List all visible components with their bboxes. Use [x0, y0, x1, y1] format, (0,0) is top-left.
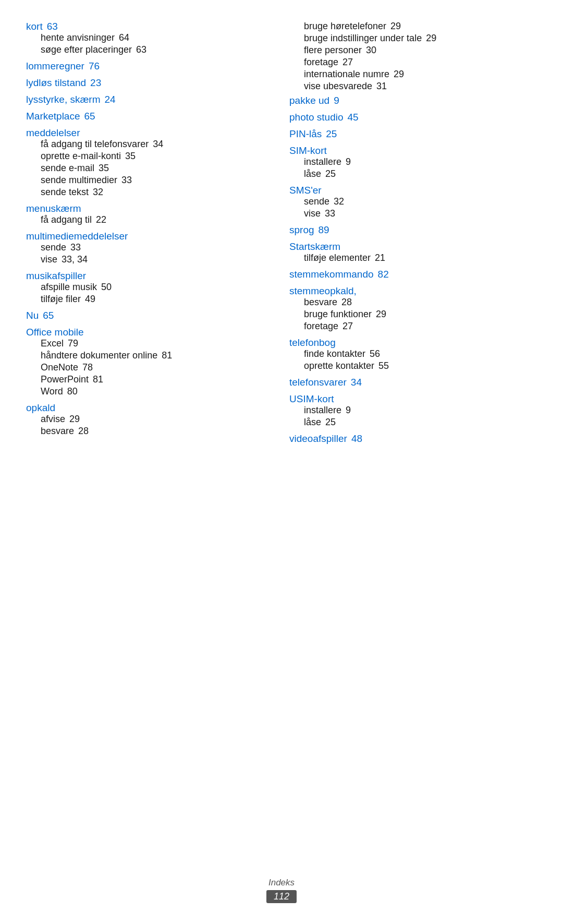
entry-label: lysstyrke, skærm [26, 94, 101, 105]
sub-entry: vise ubesvarede31 [304, 81, 537, 92]
entry-header: telefonbog [289, 337, 537, 349]
index-entry: sprog89 [289, 224, 537, 236]
entry-page: 48 [351, 433, 362, 445]
sub-entry: OneNote78 [41, 362, 274, 373]
index-entry: USIM-kortinstallere9låse25 [289, 393, 537, 428]
index-entry: kort63hente anvisninger64søge efter plac… [26, 21, 274, 55]
entry-label: pakke ud [289, 95, 329, 106]
right-column: bruge høretelefoner29bruge indstillinger… [289, 21, 537, 450]
sub-label: sende e-mail [41, 163, 94, 174]
entry-label: SMS'er [289, 185, 322, 196]
sub-entries: afvise29besvare28 [41, 414, 274, 437]
sub-label: OneNote [41, 362, 78, 373]
sub-page: 56 [370, 349, 380, 359]
sub-entry: besvare28 [304, 297, 537, 308]
index-entry: Office mobileExcel79håndtere dokumenter … [26, 327, 274, 397]
index-entry: photo studio45 [289, 112, 537, 123]
sub-entry: besvare28 [41, 426, 274, 437]
sub-label: finde kontakter [304, 349, 365, 359]
sub-entries: afspille musik50tilføje filer49 [41, 282, 274, 305]
sub-entry: søge efter placeringer63 [41, 44, 274, 55]
sub-page: 29 [394, 69, 404, 80]
sub-label: sende [304, 196, 329, 207]
entry-header: pakke ud9 [289, 95, 537, 106]
entry-header: Startskærm [289, 241, 537, 253]
sub-page: 79 [68, 338, 78, 349]
entry-label: Nu [26, 310, 39, 321]
sub-label: tilføje elementer [304, 253, 371, 263]
index-entry: telefonsvarer34 [289, 377, 537, 388]
sub-label: få adgang til telefonsvarer [41, 139, 149, 150]
sub-label: vise [41, 254, 57, 265]
sub-entry: afspille musik50 [41, 282, 274, 293]
entry-header: SMS'er [289, 185, 537, 196]
sub-entry: oprette kontakter55 [304, 361, 537, 371]
sub-page: 21 [375, 253, 385, 263]
entry-label: videoafspiller [289, 433, 347, 445]
sub-label: vise ubesvarede [304, 81, 372, 92]
entry-header: stemmeopkald, [289, 285, 537, 297]
sub-label: få adgang til [41, 214, 92, 225]
sub-entry: bruge indstillinger under tale29 [304, 33, 537, 44]
entry-page: 23 [90, 77, 101, 89]
index-entry: stemmeopkald,besvare28bruge funktioner29… [289, 285, 537, 332]
entry-page: 65 [84, 111, 95, 122]
entry-header: Nu65 [26, 310, 274, 321]
sub-label: søge efter placeringer [41, 44, 132, 55]
sub-page: 29 [390, 21, 401, 32]
sub-label: PowerPoint [41, 374, 89, 385]
entry-label: sprog [289, 224, 314, 236]
sub-label: foretage [304, 321, 338, 332]
sub-page: 78 [82, 362, 93, 373]
entry-header: USIM-kort [289, 393, 537, 405]
entry-page: 63 [47, 21, 58, 32]
entry-header: videoafspiller48 [289, 433, 537, 445]
sub-page: 9 [346, 405, 351, 416]
index-entry: lommeregner76 [26, 61, 274, 72]
sub-page: 35 [125, 151, 136, 162]
sub-label: afvise [41, 414, 65, 425]
sub-entry: Word80 [41, 386, 274, 397]
entry-header: lysstyrke, skærm24 [26, 94, 274, 105]
index-entry: pakke ud9 [289, 95, 537, 106]
sub-page: 28 [341, 297, 352, 308]
index-entry: lydløs tilstand23 [26, 77, 274, 89]
sub-entry: finde kontakter56 [304, 349, 537, 359]
index-entry: Startskærmtilføje elementer21 [289, 241, 537, 263]
sub-label: oprette e-mail-konti [41, 151, 121, 162]
sub-page: 32 [93, 187, 103, 198]
sub-entries: hente anvisninger64søge efter placeringe… [41, 32, 274, 55]
entry-page: 24 [105, 94, 116, 105]
sub-label: installere [304, 405, 341, 416]
footer-page: 112 [266, 890, 297, 903]
entry-page: 34 [351, 377, 362, 388]
entry-header: Office mobile [26, 327, 274, 338]
sub-entry: sende multimedier33 [41, 175, 274, 186]
entry-label: SIM-kort [289, 145, 327, 157]
sub-entry: installere9 [304, 157, 537, 167]
sub-label: installere [304, 157, 341, 167]
entry-label: meddelelser [26, 127, 80, 139]
sub-page: 27 [342, 57, 353, 68]
sub-entry: sende e-mail35 [41, 163, 274, 174]
sub-label: oprette kontakter [304, 361, 374, 371]
index-entry: SIM-kortinstallere9låse25 [289, 145, 537, 179]
sub-entries: besvare28bruge funktioner29foretage27 [304, 297, 537, 332]
entry-header: SIM-kort [289, 145, 537, 157]
entry-label: telefonbog [289, 337, 336, 349]
sub-entries: installere9låse25 [304, 405, 537, 428]
sub-page: 50 [101, 282, 112, 293]
index-entry: multimediemeddel­elsersende33vise33, 34 [26, 231, 274, 265]
index-entry: videoafspiller48 [289, 433, 537, 445]
sub-entries: installere9låse25 [304, 157, 537, 179]
sub-entry: sende32 [304, 196, 537, 207]
entry-header: meddelelser [26, 127, 274, 139]
entry-label: multimediemeddel­elser [26, 231, 128, 242]
sub-entry: bruge funktioner29 [304, 309, 537, 320]
sub-entries: finde kontakter56oprette kontakter55 [304, 349, 537, 371]
entry-header: Marketplace65 [26, 111, 274, 122]
entry-header: telefonsvarer34 [289, 377, 537, 388]
index-entry: lysstyrke, skærm24 [26, 94, 274, 105]
sub-entry: låse25 [304, 169, 537, 179]
index-entry: PIN-lås25 [289, 128, 537, 140]
